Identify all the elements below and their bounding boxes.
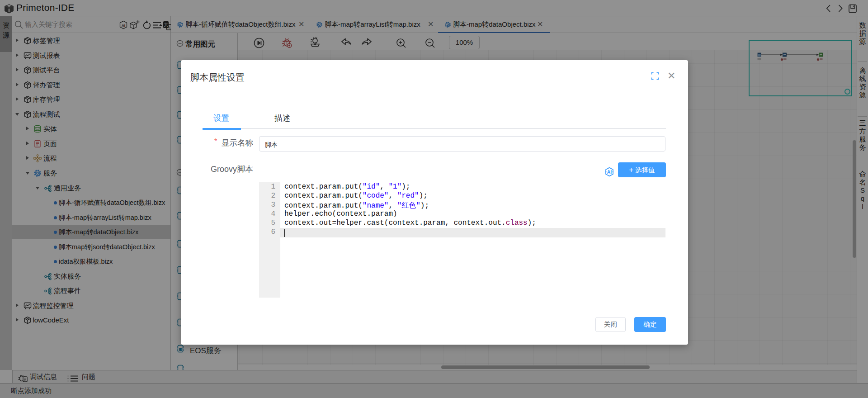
- svg-text:AI: AI: [607, 169, 612, 175]
